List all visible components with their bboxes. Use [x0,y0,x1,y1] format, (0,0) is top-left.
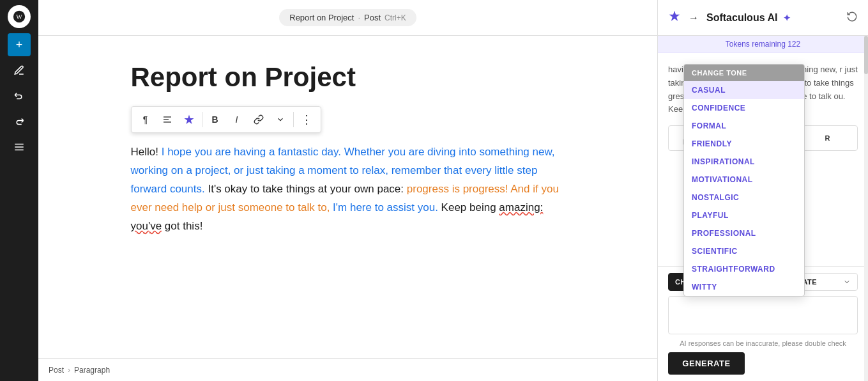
tone-friendly[interactable]: FRIENDLY [684,135,804,153]
ai-panel: → Softaculous AI ✦ Tokens remaining 122 … [657,0,868,381]
ai-scroll-thumb [864,36,868,74]
doc-separator: · [358,13,360,22]
svg-text:W: W [16,13,22,20]
shortcut-label: Ctrl+K [385,13,406,22]
menu-icon[interactable] [8,136,31,159]
add-block-button[interactable]: + [8,33,31,56]
format-toolbar: ¶ B I [131,106,321,133]
ai-panel-scrollbar[interactable] [864,36,868,381]
change-tone-dropdown: CHANGE TONE CASUAL CONFIDENCE FORMAL FRI… [683,64,805,297]
body-text-blue-2: I'm here to assist you. [333,201,438,214]
tone-scientific[interactable]: SCIENTIFIC [684,242,804,260]
dropdown-header: CHANGE TONE [684,65,804,81]
ai-tokens-bar: Tokens remaining 122 [658,36,868,53]
ai-history-icon[interactable] [846,11,858,25]
body-text-mid: It's okay to take things at your own pac… [205,183,407,195]
ai-title-text: Softaculous AI [706,12,777,23]
tone-casual[interactable]: CASUAL [684,81,804,99]
ai-disclaimer: AI responses can be inaccurate, please d… [668,339,858,347]
align-btn[interactable] [157,109,178,130]
ai-star-header-icon[interactable] [668,10,681,26]
undo-icon[interactable] [8,84,31,107]
tokens-label: Tokens remaining 122 [726,40,800,49]
toolbar-divider-1 [202,112,202,127]
edit-icon[interactable] [8,59,31,82]
redo-icon[interactable] [8,110,31,133]
post-body[interactable]: Hello! I hope you are having a fantastic… [131,143,565,235]
body-text-end: got this! [162,220,202,232]
action-btn-r[interactable]: R [797,125,858,151]
editor-topbar: Report on Project · Post Ctrl+K [38,0,657,36]
tone-straightforward[interactable]: STRAIGHTFORWARD [684,260,804,278]
tone-confidence[interactable]: CONFIDENCE [684,99,804,117]
ai-panel-title: Softaculous AI ✦ [706,12,839,24]
editor-content: Report on Project ¶ B I [38,36,657,358]
breadcrumb-paragraph: Paragraph [74,366,110,375]
tone-motivational[interactable]: MOTIVATIONAL [684,171,804,189]
ai-star-btn[interactable] [179,109,199,130]
tone-formal[interactable]: FORMAL [684,117,804,135]
tone-witty[interactable]: WITTY [684,278,804,296]
ai-title-star-icon: ✦ [783,13,791,23]
editor-breadcrumb: Post › Paragraph [38,358,657,381]
body-text-keep: Keep being [438,201,499,214]
wp-logo[interactable]: W [8,5,31,28]
post-title: Report on Project [131,61,565,93]
ai-panel-arrow-icon[interactable]: → [689,12,699,24]
ai-panel-header: → Softaculous AI ✦ [658,0,868,36]
tone-playful[interactable]: PLAYFUL [684,206,804,224]
link-btn[interactable] [248,109,269,130]
doc-type: Post [364,13,381,22]
breadcrumb-post[interactable]: Post [49,366,64,375]
chevron-down-btn[interactable] [270,109,291,130]
paragraph-btn[interactable]: ¶ [135,109,156,130]
editor-main: Report on Project · Post Ctrl+K Report o… [38,0,657,381]
more-options-btn[interactable]: ⋮ [296,109,317,130]
generate-button[interactable]: GENERATE [668,352,745,375]
doc-title: Report on Project [289,13,354,22]
body-text-hello: Hello! [131,146,162,158]
italic-btn[interactable]: I [227,109,247,130]
toolbar-divider-2 [293,112,294,127]
tone-inspirational[interactable]: INSPIRATIONAL [684,153,804,171]
tone-nostalgic[interactable]: NOSTALGIC [684,189,804,206]
wp-sidebar: W + [0,0,38,381]
bold-btn[interactable]: B [205,109,225,130]
editor-inner: Report on Project ¶ B I [131,61,565,332]
doc-title-pill[interactable]: Report on Project · Post Ctrl+K [279,9,416,26]
breadcrumb-sep: › [68,366,70,375]
ai-prompt-textarea[interactable] [668,296,858,334]
tone-professional[interactable]: PROFESSIONAL [684,224,804,242]
